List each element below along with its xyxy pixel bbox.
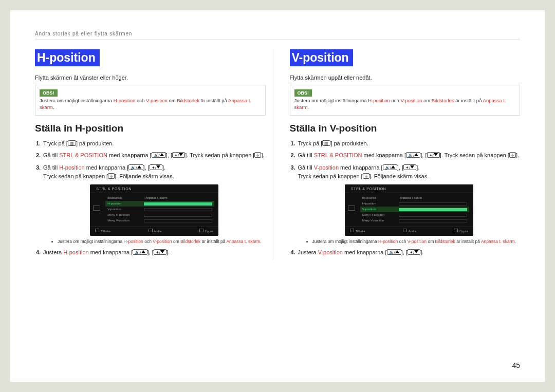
bild-link: Bildstorlek (177, 98, 199, 103)
subheading: Ställa in V-position (290, 123, 521, 134)
vol-up-icon: 🔊/ (152, 152, 166, 158)
t: Justera om möjligt inställningarna (58, 239, 124, 244)
t: ]. (416, 164, 419, 171)
vol-up-icon: 🔊/ (133, 249, 147, 255)
t: ]. (420, 249, 423, 255)
intro-text: Flytta skärmen åt vänster eller höger. (35, 74, 266, 81)
link: Anpassa t. skärm (481, 239, 515, 244)
t: ]. Följande skärm visas. (115, 173, 174, 179)
t: Gå till (43, 152, 59, 158)
t: och (398, 239, 407, 244)
t: om (168, 98, 177, 103)
enter-icon: ⎆ (363, 173, 369, 179)
step-2: 2. Gå till STRL & POSITION med knapparna… (36, 151, 266, 160)
right-column: V-position Flytta skärmen uppåt eller ne… (290, 49, 521, 260)
link: Bildstorlek (435, 239, 455, 244)
link: Bildstorlek (180, 239, 200, 244)
step-4: 4. Justera H-position med knapparna [🔊/]… (36, 248, 266, 257)
t: Tryck på [ (43, 140, 68, 146)
link: H-position (378, 239, 398, 244)
steps-list: 1. Tryck på [▥] på produkten. 2. Gå till… (290, 139, 521, 257)
step-2: 2. Gå till STRL & POSITION med knapparna… (291, 151, 521, 160)
t: Tryck sedan på knappen [ (43, 173, 108, 179)
vol-up-icon: 🔊/ (387, 249, 401, 255)
t: ]. (166, 249, 170, 255)
vol-dn-icon: ✦/ (408, 249, 420, 255)
t: ]. (162, 164, 165, 171)
menu-icon: ▥ (68, 140, 76, 146)
vol-dn-icon: ✦/ (427, 152, 440, 158)
t: med knapparna [ (343, 249, 387, 255)
t: Gå till (298, 164, 314, 171)
osd-screenshot: STRL & POSITION Bildstorlek: Anpassa t. … (345, 184, 473, 236)
note-bullet: Justera om möjligt inställningarna H-pos… (308, 239, 521, 245)
t: ], [ (147, 249, 154, 255)
obs-text: Justera om möjligt inställningarna H-pos… (40, 98, 261, 111)
t: Gå till (298, 152, 314, 158)
two-column-layout: H-position Flytta skärmen åt vänster ell… (35, 49, 520, 260)
t: om (427, 239, 435, 244)
manual-page: Ändra storlek på eller flytta skärmen H-… (10, 10, 545, 382)
link: STRL & POSITION (59, 152, 107, 158)
link: STRL & POSITION (314, 152, 362, 158)
subheading: Ställa in H-position (35, 123, 266, 134)
enter-icon: ⎆ (108, 173, 115, 179)
link: V-position (408, 239, 427, 244)
bild-link: Bildstorlek (432, 98, 454, 103)
intro-text: Flytta skärmen uppåt eller nedåt. (290, 74, 521, 81)
t: Gå till (43, 164, 59, 171)
t: ], [ (397, 164, 403, 171)
osd-side-icon (348, 195, 357, 221)
t: med knapparna [ (362, 152, 406, 158)
t: är inställt på (199, 98, 228, 103)
notice-box: OBS! Justera om möjligt inställningarna … (35, 85, 266, 116)
vol-dn-icon: ✦/ (154, 249, 166, 255)
t: Justera om möjligt inställningarna (294, 98, 368, 103)
t: och (135, 98, 146, 103)
t: Justera om möjligt inställningarna (312, 239, 379, 244)
vol-dn-icon: ✦/ (172, 152, 185, 158)
osd-title: STRL & POSITION (345, 184, 473, 193)
vol-dn-icon: ✦/ (403, 164, 416, 170)
hpos-link: H-position (368, 98, 390, 103)
t: är inställt på (200, 239, 226, 244)
t: Tryck på [ (298, 140, 323, 146)
heading-v-position: V-position (290, 49, 353, 66)
osd-footer: TillbakaÄndraÖppna (345, 227, 473, 236)
osd-footer: TillbakaÄndraÖppna (90, 227, 218, 236)
vpos-link: V-position (401, 98, 422, 103)
t: med knapparna [ (107, 152, 152, 158)
step-3: 3. Gå till H-position med knapparna [🔊/]… (36, 163, 266, 245)
t: med knapparna [ (89, 249, 133, 255)
link: V-position (318, 249, 343, 255)
t: är inställt på (454, 98, 483, 103)
t: och (390, 98, 401, 103)
note-bullet: Justera om möjligt inställningarna H-pos… (53, 239, 266, 245)
osd-menu: Bildstorlek: Anpassa t. skärmH-positionV… (105, 195, 214, 223)
t: med knapparna [ (85, 164, 129, 171)
link: H-position (63, 249, 89, 255)
t: ], [ (143, 164, 150, 171)
link: H-position (124, 239, 143, 244)
vpos-link: V-position (146, 98, 168, 103)
enter-icon: ⎆ (509, 152, 516, 158)
t: Justera (298, 249, 318, 255)
link: H-position (59, 164, 85, 171)
link: V-position (314, 164, 339, 171)
column-divider (273, 49, 273, 260)
t: ], [ (401, 249, 408, 255)
t: ]. Tryck sedan på knappen [ (185, 152, 254, 158)
t: ]. Tryck sedan på knappen [ (440, 152, 509, 158)
osd-title: STRL & POSITION (90, 184, 218, 193)
heading-h-position: H-position (35, 49, 100, 66)
divider (35, 40, 520, 40)
obs-label: OBS! (294, 89, 312, 97)
t: och (143, 239, 153, 244)
t: om (172, 239, 181, 244)
osd-menu: Bildstorlek: Anpassa t. skärmH-positionV… (360, 195, 469, 223)
left-column: H-position Flytta skärmen åt vänster ell… (35, 49, 266, 260)
hpos-link: H-position (114, 98, 136, 103)
osd-side-icon (93, 195, 102, 221)
link: Anpassa t. skärm (226, 239, 260, 244)
t: Tryck sedan på knappen [ (298, 173, 363, 179)
